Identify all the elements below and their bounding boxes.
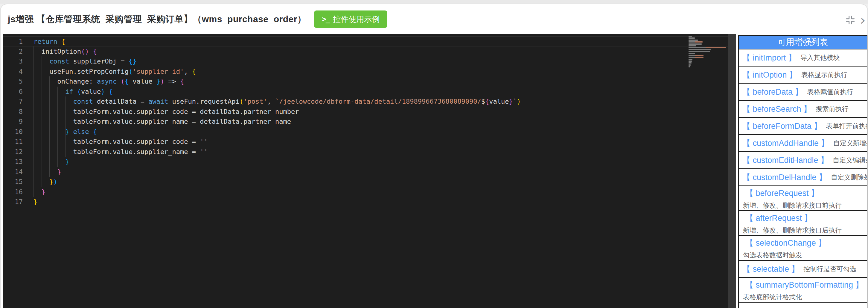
enhancement-item-customAddHandle[interactable]: 【 customAddHandle 】自定义新增处理 (739, 135, 867, 152)
enhancement-name: 【 afterRequest 】 (745, 213, 864, 224)
code-text: return { (33, 36, 65, 47)
code-editor[interactable]: 1return {2 initOption() {3 const supplie… (3, 34, 736, 308)
enhancement-item-beforeFormData[interactable]: 【 beforeFormData 】表单打开前执行 (739, 118, 867, 135)
enhancement-name: 【 initImport 】 (742, 52, 796, 63)
line-number: 5 (3, 76, 23, 87)
code-line[interactable]: 2 initOption() { (3, 47, 736, 57)
enhancement-item-customDelHandle[interactable]: 【 customDelHandle 】自定义删除处理 (739, 169, 867, 186)
widget-usage-example-button[interactable]: >_ 控件使用示例 (314, 10, 388, 28)
line-number: 16 (3, 187, 23, 197)
code-text: } (33, 167, 61, 177)
code-line[interactable]: 17} (3, 197, 736, 207)
enhancement-description: 表格底部统计格式化 (743, 293, 864, 302)
line-number: 14 (3, 167, 23, 177)
enhancement-name: 【 beforeRequest 】 (745, 188, 864, 199)
code-text: }) (33, 177, 57, 187)
enhancement-item-selectable[interactable]: 【 selectable 】控制行是否可勾选 (739, 261, 867, 278)
code-text: } (33, 187, 45, 197)
line-number: 15 (3, 177, 23, 187)
editor-scrollbar[interactable] (728, 34, 736, 308)
line-number: 9 (3, 116, 23, 127)
line-number: 17 (3, 197, 23, 207)
exit-fullscreen-icon[interactable] (845, 15, 856, 25)
enhancement-description: 表格显示前执行 (801, 71, 847, 79)
enhancement-name: 【 summaryBottomFormatting 】 (745, 280, 864, 290)
dialog-header: js增强 【仓库管理系统_采购管理_采购订单】（wms_purchase_ord… (1, 4, 867, 34)
js-enhance-dialog: js增强 【仓库管理系统_采购管理_采购订单】（wms_purchase_ord… (0, 4, 868, 308)
enhancement-item-afterRequest[interactable]: 【 afterRequest 】新增、修改、删除请求接口后执行 (739, 211, 867, 236)
line-number: 6 (3, 87, 23, 97)
enhancement-description: 勾选表格数据时触发 (743, 251, 864, 260)
enhancement-description: 新增、修改、删除请求接口前执行 (743, 201, 864, 210)
code-text: tableForm.value.supplier_code = detailDa… (33, 107, 299, 117)
enhancement-list-title: 可用增强列表 (739, 36, 867, 50)
enhancement-item-selectionChange[interactable]: 【 selectionChange 】勾选表格数据时触发 (739, 236, 867, 261)
enhancement-name: 【 beforeData 】 (742, 87, 803, 97)
code-line[interactable]: 16 } (3, 187, 736, 197)
code-line[interactable]: 5 onChange: async ({ value }) => { (3, 76, 736, 87)
enhancement-description: 自定义编辑处理 (833, 156, 867, 165)
enhancement-name: 【 customAddHandle 】 (742, 138, 829, 149)
code-line[interactable]: 6 if (value) { (3, 87, 736, 97)
enhancement-name: 【 initOption 】 (742, 69, 797, 80)
enhancement-name: 【 selectable 】 (742, 264, 800, 275)
code-line[interactable]: 13 } (3, 157, 736, 167)
code-line[interactable]: 8 tableForm.value.supplier_code = detail… (3, 107, 736, 117)
code-line[interactable]: 14 } (3, 167, 736, 177)
code-text: initOption() { (33, 47, 97, 57)
enhancement-description: 新增、修改、删除请求接口后执行 (743, 226, 864, 235)
code-line[interactable]: 11 tableForm.value.supplier_code = '' (3, 137, 736, 147)
line-number: 13 (3, 157, 23, 167)
code-line[interactable]: 1return { (3, 36, 736, 47)
line-number: 10 (3, 127, 23, 137)
code-line[interactable]: 12 tableForm.value.supplier_name = '' (3, 147, 736, 157)
enhancement-name: 【 selectionChange 】 (745, 237, 864, 248)
page-title: js增强 【仓库管理系统_采购管理_采购订单】（wms_purchase_ord… (8, 13, 306, 25)
enhancement-description: 搜索前执行 (816, 105, 848, 114)
code-text: useFun.setPropConfig('supplier_id', { (33, 66, 196, 77)
enhancement-name: 【 customEditHandle 】 (742, 155, 829, 166)
code-text: tableForm.value.supplier_name = detailDa… (33, 116, 291, 127)
line-number: 1 (3, 36, 23, 47)
enhancement-item-clipped[interactable]: 【】 (739, 303, 867, 308)
terminal-prompt-icon: >_ (322, 15, 329, 23)
code-text: } (33, 157, 69, 167)
code-line[interactable]: 15 }) (3, 177, 736, 187)
code-text: } (33, 197, 37, 207)
line-number: 4 (3, 66, 23, 77)
enhancement-item-initImport[interactable]: 【 initImport 】导入其他模块 (739, 50, 867, 66)
code-line[interactable]: 10 } else { (3, 127, 736, 137)
line-number: 2 (3, 47, 23, 57)
code-line[interactable]: 3 const supplierObj = {} (3, 56, 736, 66)
enhancement-description: 自定义新增处理 (833, 139, 867, 148)
line-number: 7 (3, 96, 23, 107)
code-text: if (value) { (33, 87, 113, 97)
line-number: 3 (3, 56, 23, 66)
enhancement-item-summaryBottomFormatting[interactable]: 【 summaryBottomFormatting 】表格底部统计格式化 (739, 278, 867, 303)
enhancement-item-beforeSearch[interactable]: 【 beforeSearch 】搜索前执行 (739, 101, 867, 118)
enhancement-name: 【 customDelHandle 】 (742, 172, 827, 183)
chevron-right-icon[interactable]: › (860, 16, 866, 25)
enhancement-name: 【 beforeSearch 】 (742, 104, 811, 114)
line-number: 8 (3, 107, 23, 117)
minimap[interactable] (688, 36, 727, 72)
enhancement-item-beforeRequest[interactable]: 【 beforeRequest 】新增、修改、删除请求接口前执行 (739, 186, 867, 211)
code-text: const supplierObj = {} (33, 56, 136, 66)
widget-usage-example-label: 控件使用示例 (333, 14, 379, 25)
code-lines: 1return {2 initOption() {3 const supplie… (3, 36, 736, 207)
enhancement-list-panel: 可用增强列表 【 initImport 】导入其他模块【 initOption … (738, 35, 867, 308)
enhancement-description: 导入其他模块 (800, 53, 840, 62)
enhancement-list-items: 【 initImport 】导入其他模块【 initOption 】表格显示前执… (739, 50, 867, 308)
line-number: 11 (3, 137, 23, 147)
enhancement-item-initOption[interactable]: 【 initOption 】表格显示前执行 (739, 66, 867, 84)
enhancement-description: 表格赋值前执行 (807, 87, 854, 96)
code-line[interactable]: 7 const detailData = await useFun.reques… (3, 96, 736, 107)
enhancement-item-customEditHandle[interactable]: 【 customEditHandle 】自定义编辑处理 (739, 152, 867, 169)
enhancement-item-beforeData[interactable]: 【 beforeData 】表格赋值前执行 (739, 84, 867, 101)
code-text: tableForm.value.supplier_name = '' (33, 147, 208, 157)
code-line[interactable]: 4 useFun.setPropConfig('supplier_id', { (3, 66, 736, 77)
code-line[interactable]: 9 tableForm.value.supplier_name = detail… (3, 116, 736, 127)
line-number: 12 (3, 147, 23, 157)
code-text: onChange: async ({ value }) => { (33, 76, 184, 87)
code-text: const detailData = await useFun.requestA… (33, 96, 521, 107)
